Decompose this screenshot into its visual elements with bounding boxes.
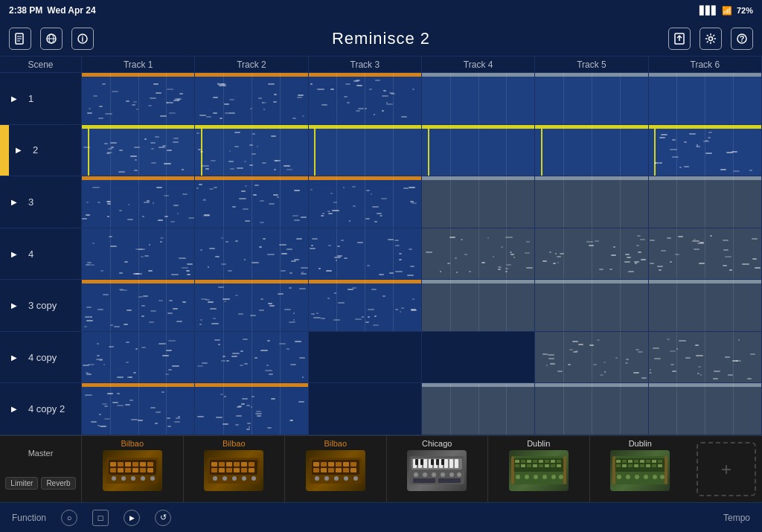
- scene-4-play-button[interactable]: ▶: [6, 246, 22, 262]
- scene-3-play-button[interactable]: ▶: [6, 193, 22, 210]
- instrument-slot-2[interactable]: Bilbao: [184, 436, 286, 502]
- settings-icon[interactable]: [699, 28, 722, 50]
- globe-icon[interactable]: [40, 28, 63, 50]
- svg-rect-129: [652, 460, 656, 463]
- clip-7-1[interactable]: [82, 383, 195, 435]
- clip-6-5[interactable]: [535, 332, 648, 383]
- limiter-button[interactable]: Limiter: [5, 477, 38, 490]
- scene-4-name: 4: [28, 249, 33, 260]
- scene-3copy-play-button[interactable]: ▶: [6, 298, 22, 314]
- svg-rect-133: [628, 464, 633, 467]
- clip-7-4[interactable]: [422, 383, 535, 435]
- clip-3-4[interactable]: [422, 176, 535, 228]
- status-day: Wed Apr 24: [47, 5, 95, 16]
- clip-5-6[interactable]: [649, 280, 762, 331]
- svg-point-89: [432, 472, 436, 477]
- scene-3-control[interactable]: ▶ 3: [0, 176, 82, 228]
- svg-point-50: [242, 476, 246, 481]
- instrument-1-name: Bilbao: [121, 439, 144, 448]
- clip-6-4[interactable]: [422, 332, 535, 383]
- svg-rect-119: [511, 456, 514, 484]
- clip-5-1[interactable]: [82, 280, 195, 331]
- scene-4-control[interactable]: ▶ 4: [0, 228, 82, 280]
- clip-1-2[interactable]: [195, 73, 308, 124]
- scene-4copy-control[interactable]: ▶ 4 copy: [0, 332, 82, 383]
- clip-1-1[interactable]: [82, 73, 195, 124]
- clip-2-6[interactable]: [649, 125, 762, 176]
- clip-1-5[interactable]: [535, 73, 648, 124]
- clip-7-3[interactable]: [309, 383, 422, 435]
- clip-5-2[interactable]: [195, 280, 308, 331]
- svg-rect-132: [622, 464, 627, 467]
- reverb-button[interactable]: Reverb: [41, 477, 75, 490]
- svg-rect-57: [336, 462, 342, 467]
- svg-rect-105: [515, 464, 519, 467]
- clip-3-2[interactable]: [195, 176, 308, 228]
- clip-7-5[interactable]: [535, 383, 648, 435]
- svg-point-113: [516, 475, 520, 479]
- svg-rect-112: [557, 464, 561, 467]
- clip-1-3[interactable]: [309, 73, 422, 124]
- clip-2-5[interactable]: [535, 125, 648, 176]
- scene-2-play-button[interactable]: ▶: [10, 142, 27, 158]
- info-icon[interactable]: i: [71, 28, 94, 50]
- clip-6-6[interactable]: [649, 332, 762, 383]
- scene-4copy2-play-button[interactable]: ▶: [6, 401, 22, 417]
- clip-4-6[interactable]: [649, 228, 762, 280]
- svg-point-140: [626, 475, 630, 479]
- clip-3-6[interactable]: [649, 176, 762, 228]
- wifi-icon: 📶: [722, 6, 732, 16]
- cycle-function-icon[interactable]: ↺: [155, 510, 171, 526]
- svg-rect-59: [350, 462, 356, 467]
- clip-4-3[interactable]: [309, 228, 422, 280]
- scene-3copy-control[interactable]: ▶ 3 copy: [0, 280, 82, 331]
- instrument-slot-6[interactable]: Dublin: [590, 436, 691, 502]
- clip-6-3[interactable]: [309, 332, 422, 383]
- record-function-icon[interactable]: ○: [61, 510, 77, 526]
- clip-1-6[interactable]: [649, 73, 762, 124]
- clip-6-2[interactable]: [195, 332, 308, 383]
- clip-1-4[interactable]: [422, 73, 535, 124]
- scene-4copy2-control[interactable]: ▶ 4 copy 2: [0, 383, 82, 435]
- add-instrument-slot[interactable]: +: [697, 442, 756, 496]
- clip-3-3[interactable]: [309, 176, 422, 228]
- clip-3-5[interactable]: [535, 176, 648, 228]
- svg-rect-35: [211, 462, 217, 467]
- clip-4-4[interactable]: [422, 228, 535, 280]
- clip-2-3[interactable]: [309, 125, 422, 176]
- play-function-icon[interactable]: ▶: [124, 510, 140, 526]
- clip-4-1[interactable]: [82, 228, 195, 280]
- help-icon[interactable]: ?: [731, 28, 753, 50]
- clip-5-5[interactable]: [535, 280, 648, 331]
- instrument-slot-5[interactable]: Dublin: [488, 436, 590, 502]
- clip-6-1[interactable]: [82, 332, 195, 383]
- clip-2-4[interactable]: [422, 125, 535, 176]
- instrument-slot-3[interactable]: Bilbao: [285, 436, 387, 502]
- clip-4-2[interactable]: [195, 228, 308, 280]
- function-label: Function: [12, 513, 46, 523]
- scene-4copy-play-button[interactable]: ▶: [6, 349, 22, 365]
- instrument-slot-1[interactable]: Bilbao: [82, 436, 184, 502]
- clip-5-4[interactable]: [422, 280, 535, 331]
- export-icon[interactable]: [668, 28, 691, 50]
- clip-5-3[interactable]: [309, 280, 422, 331]
- clip-2-1[interactable]: [82, 125, 195, 176]
- instrument-5-name: Dublin: [527, 439, 550, 448]
- stop-function-icon[interactable]: □: [92, 510, 109, 526]
- scene-2-control[interactable]: ▶ 2: [0, 125, 82, 176]
- instrument-slot-4[interactable]: Chicago: [387, 436, 489, 502]
- scene-1-play-button[interactable]: ▶: [6, 90, 22, 106]
- clip-3-1[interactable]: [82, 176, 195, 228]
- scene-1-control[interactable]: ▶ 1: [0, 73, 82, 124]
- clip-2-2[interactable]: [195, 125, 308, 176]
- svg-point-144: [660, 475, 665, 479]
- clip-7-6[interactable]: [649, 383, 762, 435]
- status-bar: 2:38 PM Wed Apr 24 ▋▋▋ 📶 72%: [0, 0, 762, 21]
- clip-7-2[interactable]: [195, 383, 308, 435]
- top-header: i Reminisce 2 ?: [0, 21, 762, 57]
- document-icon[interactable]: [9, 28, 31, 50]
- bottom-instrument-area: Master Limiter Reverb Bilbao: [0, 435, 762, 502]
- svg-point-47: [213, 476, 217, 481]
- clip-4-5[interactable]: [535, 228, 648, 280]
- scene-column-label: Scene: [0, 57, 82, 72]
